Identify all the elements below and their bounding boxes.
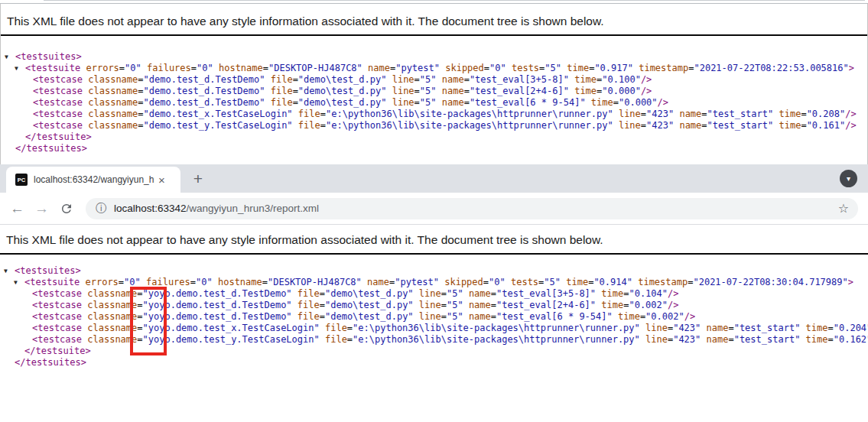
reload-button[interactable] (60, 202, 73, 216)
xml-no-style-message: This XML file does not appear to have an… (0, 225, 868, 253)
xml-line: <testcase classname="demo.test_x.TestCas… (5, 109, 867, 120)
browser-address-bar: ← → ⓘ localhost:63342/wangyiyun_hrun3/re… (0, 193, 868, 225)
pycharm-favicon-icon: PC (15, 174, 28, 186)
xml-line: ▼<testsuite errors="0" failures="0" host… (5, 63, 867, 74)
bookmark-star-icon[interactable]: ☆ (838, 201, 849, 216)
xml-no-style-message: This XML file does not appear to have an… (1, 4, 867, 34)
url-text: localhost:63342/wangyiyun_hrun3/report.x… (114, 203, 319, 214)
xml-line: <testcase classname="demo.test_d.TestDem… (5, 86, 867, 97)
cropped-window-edge (0, 0, 868, 4)
xml-line: <testcase classname="demo.test_d.TestDem… (5, 97, 867, 109)
browser-tab[interactable]: PC localhost:63342/wangyiyun_hr × (6, 167, 180, 193)
url-field[interactable]: ⓘ localhost:63342/wangyiyun_hrun3/report… (86, 198, 858, 219)
tab-close-icon[interactable]: × (156, 174, 167, 187)
xml-line: </testsuites> (4, 357, 868, 368)
cropped-ui-line (44, 0, 865, 1)
xml-viewer-after: This XML file does not appear to have an… (0, 225, 868, 422)
reload-icon (60, 202, 73, 216)
collapse-arrow-icon[interactable]: ▼ (14, 277, 24, 288)
xml-line: ▼<testsuites> (4, 265, 868, 277)
url-path: /wangyiyun_hrun3/report.xml (187, 203, 319, 214)
xml-line: <testcase classname="demo.test_y.TestCas… (5, 120, 867, 131)
url-host: localhost:63342 (114, 203, 187, 214)
page-info-icon[interactable]: ⓘ (96, 202, 106, 216)
tab-title: localhost:63342/wangyiyun_hr (34, 174, 154, 185)
tab-search-button[interactable]: ▾ (840, 170, 857, 187)
collapse-arrow-icon[interactable]: ▼ (5, 51, 15, 63)
xml-tree-top: ▼<testsuites>▼<testsuite errors="0" fail… (5, 51, 867, 154)
xml-line: </testsuites> (5, 143, 867, 154)
browser-tab-strip: PC localhost:63342/wangyiyun_hr × + ▾ (0, 164, 868, 193)
xml-line: </testsuite> (5, 131, 867, 143)
xml-line: ▼<testsuites> (5, 51, 867, 63)
annotation-highlight-box (130, 287, 167, 355)
collapse-arrow-icon[interactable]: ▼ (15, 63, 25, 74)
xml-line: <testcase classname="demo.test_d.TestDem… (5, 74, 867, 86)
screenshot-root: This XML file does not appear to have an… (0, 0, 868, 422)
back-button[interactable]: ← (10, 201, 24, 216)
forward-button[interactable]: → (34, 201, 49, 216)
collapse-arrow-icon[interactable]: ▼ (4, 265, 15, 277)
xml-viewer-before: This XML file does not appear to have an… (0, 4, 868, 164)
new-tab-button[interactable]: + (189, 170, 207, 188)
